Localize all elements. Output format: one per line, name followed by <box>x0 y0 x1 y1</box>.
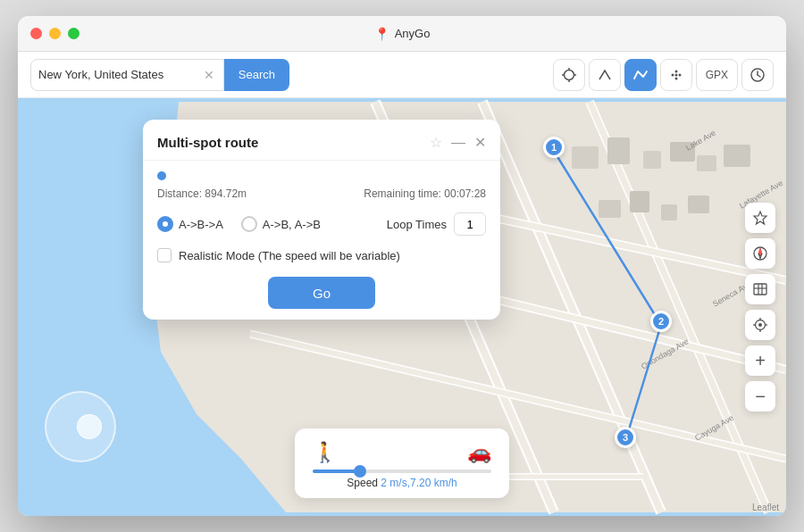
compass-icon <box>752 245 768 262</box>
search-input[interactable] <box>38 68 202 81</box>
titlebar: 📍 AnyGo <box>18 16 786 52</box>
waypoint-1[interactable]: 1 <box>543 137 565 158</box>
svg-point-53 <box>758 323 762 327</box>
maximize-button[interactable] <box>68 28 80 39</box>
title-area: 📍 AnyGo <box>374 27 431 41</box>
waypoint-2[interactable]: 2 <box>650 311 672 332</box>
location-dot <box>157 171 166 180</box>
realistic-mode-checkbox[interactable] <box>157 248 172 262</box>
modal-body: Distance: 894.72m Remaining time: 00:07:… <box>143 161 500 320</box>
svg-rect-48 <box>754 284 766 295</box>
realistic-mode-option[interactable]: Realistic Mode (The speed will be variab… <box>157 248 486 262</box>
modal-route-options: A->B->A A->B, A->B Loop Times <box>157 212 486 236</box>
loop-label: Loop Times <box>387 218 447 231</box>
speed-slider-thumb[interactable] <box>354 465 366 478</box>
bookmark-icon: ☆ <box>430 134 442 151</box>
svg-point-5 <box>671 73 674 76</box>
option-ab-a[interactable]: A->B->A <box>157 216 223 232</box>
map-container[interactable]: Lake Ave Lafayette Ave Seneca Ave Ononda… <box>18 98 786 516</box>
right-tools: + − <box>745 203 775 411</box>
svg-rect-37 <box>661 204 677 220</box>
crosshair-icon <box>561 67 577 83</box>
search-container: ✕ Search <box>30 59 289 91</box>
multispot-icon <box>632 67 649 83</box>
toolbar: ✕ Search <box>18 52 786 98</box>
svg-rect-31 <box>643 151 661 169</box>
dots-icon <box>668 67 684 83</box>
toolbar-icons: GPX <box>553 59 774 91</box>
svg-rect-34 <box>724 145 750 167</box>
svg-point-6 <box>674 73 677 76</box>
waypoint-3[interactable]: 3 <box>615 427 636 448</box>
speed-text: Speed <box>347 477 378 489</box>
joystick[interactable] <box>45 391 116 462</box>
speed-value: 2 m/s,7.20 km/h <box>381 477 456 489</box>
close-button[interactable] <box>30 28 42 39</box>
map-layers-button[interactable] <box>745 274 775 304</box>
speed-bar: 🚶 🚗 Speed 2 m/s,7.20 km/h <box>295 428 509 498</box>
location-pin-icon: 📍 <box>374 27 389 41</box>
loop-input[interactable] <box>454 212 486 236</box>
svg-rect-35 <box>599 200 621 218</box>
clock-button[interactable] <box>741 59 774 91</box>
modal-header: Multi-spot route ☆ — ✕ <box>143 120 500 161</box>
distance-label: Distance: 894.72m <box>157 187 247 200</box>
go-button[interactable]: Go <box>268 277 375 309</box>
radio-checked-icon <box>157 216 173 232</box>
app-title: AnyGo <box>395 27 431 40</box>
speed-icons: 🚶 🚗 <box>313 441 491 464</box>
loop-times: Loop Times <box>387 212 486 236</box>
minimize-button[interactable] <box>49 28 61 39</box>
close-modal-button[interactable]: ✕ <box>474 136 486 150</box>
multispot-tool-button[interactable] <box>624 59 657 91</box>
modal-actions: ☆ — ✕ <box>430 134 486 151</box>
compass-tool-button[interactable] <box>745 238 775 269</box>
waypoint-2-label: 2 <box>658 316 664 327</box>
modal-title: Multi-spot route <box>157 135 258 150</box>
search-input-wrap: ✕ <box>30 59 224 91</box>
svg-point-7 <box>678 73 681 76</box>
modal-info-row: Distance: 894.72m Remaining time: 00:07:… <box>157 187 486 200</box>
traffic-lights <box>30 28 80 39</box>
crosshair-tool-button[interactable] <box>553 59 585 91</box>
remaining-label: Remaining time: 00:07:28 <box>364 187 486 200</box>
svg-rect-30 <box>607 137 630 164</box>
dots-tool-button[interactable] <box>660 59 692 91</box>
clear-button[interactable]: ✕ <box>202 69 216 81</box>
minimize-modal-button[interactable]: — <box>451 136 465 150</box>
target-icon <box>752 317 768 333</box>
option1-label: A->B->A <box>179 218 223 231</box>
option-ab-ab[interactable]: A->B, A->B <box>241 216 321 232</box>
multispot-modal: Multi-spot route ☆ — ✕ Distance: 894.72m… <box>143 120 500 320</box>
waypoint-3-label: 3 <box>623 432 628 443</box>
gpx-button[interactable]: GPX <box>696 59 738 91</box>
svg-rect-33 <box>697 155 716 171</box>
location-tool-button[interactable] <box>745 310 775 340</box>
svg-rect-38 <box>688 195 709 213</box>
svg-line-12 <box>758 75 760 77</box>
svg-point-9 <box>674 77 677 79</box>
radio-unchecked-icon <box>241 216 257 232</box>
route-icon <box>597 67 613 83</box>
svg-point-8 <box>674 70 677 72</box>
car-icon: 🚗 <box>467 441 491 464</box>
speed-label: Speed 2 m/s,7.20 km/h <box>313 477 491 489</box>
route-tool-button[interactable] <box>589 59 621 91</box>
map-icon <box>752 281 768 297</box>
star-icon <box>752 210 768 226</box>
option2-label: A->B, A->B <box>263 218 321 231</box>
svg-marker-44 <box>754 212 766 224</box>
search-button[interactable]: Search <box>224 59 289 91</box>
realistic-label: Realistic Mode (The speed will be variab… <box>179 249 400 262</box>
speed-slider-track[interactable] <box>313 470 491 473</box>
leaflet-credit: Leaflet <box>752 503 779 512</box>
svg-point-0 <box>564 70 574 79</box>
zoom-out-button[interactable]: − <box>745 381 775 411</box>
svg-rect-36 <box>630 191 649 212</box>
svg-rect-29 <box>572 146 599 169</box>
zoom-in-button[interactable]: + <box>745 345 775 376</box>
joystick-handle <box>77 414 102 439</box>
star-tool-button[interactable] <box>745 203 775 233</box>
waypoint-1-label: 1 <box>551 142 557 153</box>
walk-icon: 🚶 <box>313 441 337 464</box>
